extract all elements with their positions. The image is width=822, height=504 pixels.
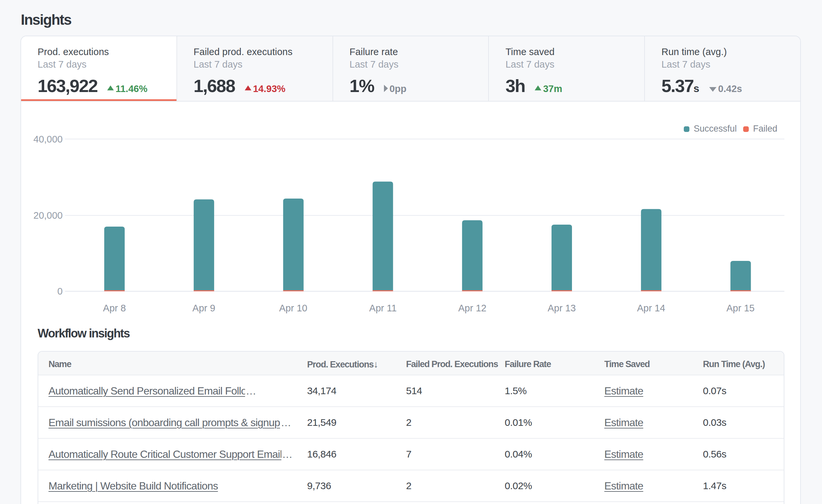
svg-text:Apr 15: Apr 15 xyxy=(726,303,754,313)
svg-text:40,000: 40,000 xyxy=(33,134,63,144)
svg-text:Successful: Successful xyxy=(694,124,737,133)
svg-text:Apr 10: Apr 10 xyxy=(279,303,307,313)
svg-text:Apr 13: Apr 13 xyxy=(547,303,575,313)
svg-text:Apr 12: Apr 12 xyxy=(458,303,486,313)
svg-text:Failed: Failed xyxy=(753,124,778,133)
svg-text:0: 0 xyxy=(57,286,63,297)
svg-text:Apr 9: Apr 9 xyxy=(192,303,215,313)
svg-text:20,000: 20,000 xyxy=(33,210,63,221)
svg-text:Apr 14: Apr 14 xyxy=(637,303,665,313)
svg-text:Apr 11: Apr 11 xyxy=(369,303,396,313)
svg-text:Apr 8: Apr 8 xyxy=(103,303,126,313)
